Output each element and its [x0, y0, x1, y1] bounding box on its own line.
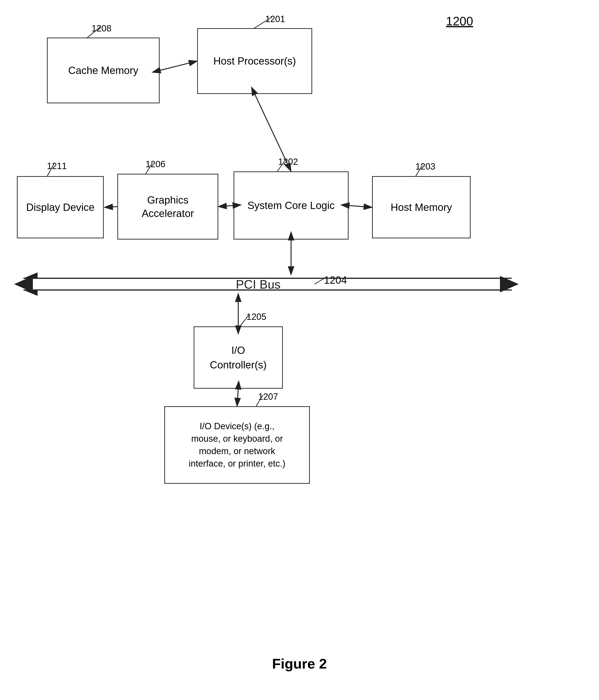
- svg-marker-12: [14, 276, 33, 292]
- cache-memory-box: Cache Memory: [47, 38, 160, 103]
- io-controller-box: I/OController(s): [193, 326, 283, 389]
- svg-marker-10: [24, 272, 37, 278]
- system-core-logic-box: System Core Logic: [234, 171, 348, 240]
- display-device-ref: 1211: [47, 161, 67, 171]
- pci-bus-ref: 1204: [324, 274, 347, 286]
- graphics-accelerator-ref: 1206: [146, 159, 165, 169]
- host-processor-ref: 1201: [265, 14, 285, 24]
- system-core-logic-ref: 1202: [278, 157, 298, 167]
- svg-text:PCI Bus: PCI Bus: [236, 278, 281, 291]
- io-device-ref: 1207: [258, 392, 278, 402]
- svg-line-2: [160, 61, 197, 71]
- svg-line-16: [237, 389, 238, 406]
- host-processor-box: Host Processor(s): [197, 28, 312, 94]
- svg-line-4: [348, 205, 372, 207]
- svg-line-6: [218, 205, 234, 207]
- diagram: 1200 Cache Memory 1208 Host Processor(s)…: [0, 0, 599, 700]
- svg-line-5: [104, 207, 118, 207]
- host-memory-box: Host Memory: [372, 176, 471, 238]
- host-memory-ref: 1203: [415, 161, 435, 172]
- graphics-accelerator-box: Graphics Accelerator: [118, 174, 218, 240]
- cache-memory-ref: 1208: [92, 24, 111, 33]
- io-controller-ref: 1205: [246, 312, 266, 322]
- figure-caption: Figure 2: [272, 656, 327, 672]
- leader-lines-svg: [0, 0, 599, 700]
- diagram-label: 1200: [446, 14, 473, 28]
- svg-marker-13: [500, 276, 519, 292]
- display-device-box: Display Device: [17, 176, 104, 238]
- io-device-box: I/O Device(s) (e.g.,mouse, or keyboard, …: [164, 406, 310, 484]
- svg-marker-11: [24, 290, 37, 296]
- arrows-svg: PCI Bus: [0, 0, 599, 700]
